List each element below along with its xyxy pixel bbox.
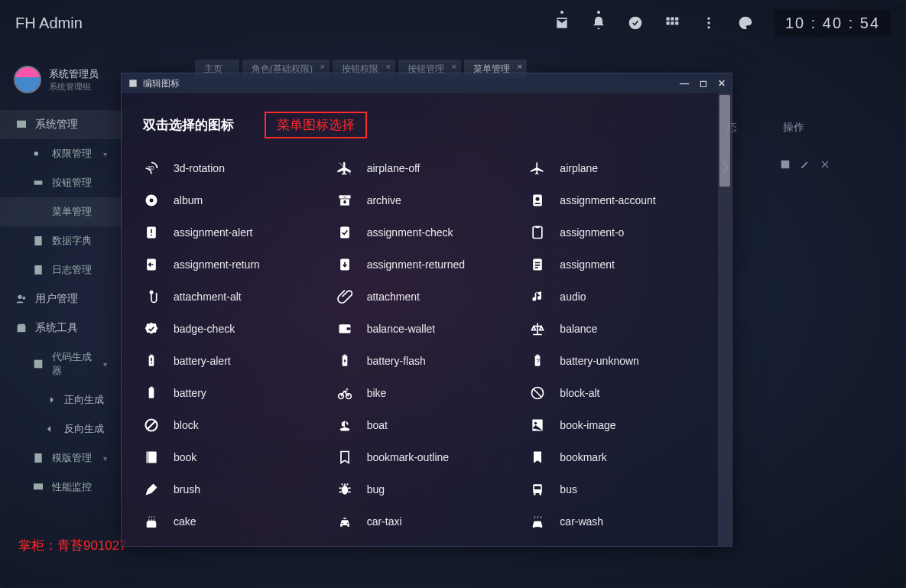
icon-label: audio [560,291,586,303]
mail-icon[interactable] [554,15,570,31]
icon-option-balance[interactable]: balance [523,313,716,345]
icon-option-block[interactable]: block [137,409,330,441]
icon-option-assignment-alert[interactable]: assignment-alert [137,216,330,249]
book-icon [143,449,160,466]
image-icon[interactable] [780,159,791,170]
svg-rect-34 [534,227,543,239]
icon-option-3d-rotation[interactable]: 3D3d-rotation [137,152,330,184]
brush-icon [143,481,160,498]
icon-label: battery-flash [367,355,426,367]
svg-point-25 [150,199,154,203]
icon-option-battery[interactable]: battery [137,377,330,409]
svg-rect-45 [151,362,152,364]
icon-option-bookmark-outline[interactable]: bookmark-outline [330,441,524,473]
close-icon[interactable]: × [452,62,456,71]
icon-option-assignment-returned[interactable]: assignment-returned [330,249,524,281]
nav-button-mgmt[interactable]: 按钮管理 [0,168,122,197]
icon-option-balance-wallet[interactable]: balance-wallet [330,313,524,345]
block-icon [143,417,160,434]
close-icon[interactable]: × [386,62,391,71]
nav-user-mgmt[interactable]: 用户管理 [0,284,122,313]
svg-rect-52 [150,387,152,388]
nav-log[interactable]: 日志管理 [0,255,122,284]
icon-option-book-image[interactable]: book-image [523,409,716,441]
icon-option-car-wash[interactable]: car-wash [523,505,716,538]
maximize-button[interactable]: ◻ [700,78,707,89]
icon-label: assignment [560,258,615,271]
icon-grid: 3D3d-rotationairplane-offairplanealbumar… [122,146,732,546]
icon-option-archive[interactable]: archive [330,184,524,216]
icon-option-assignment-account[interactable]: assignment-account [523,184,716,216]
icon-option-attachment[interactable]: attachment [330,281,524,313]
nav-tools[interactable]: 系统工具 [0,313,122,343]
icon-option-bike[interactable]: bike [330,377,524,409]
airplane-off-icon [336,160,353,177]
icon-label: assignment-check [367,226,453,239]
user-block[interactable]: 系统管理员 系统管理组 [0,61,122,110]
icon-option-assignment[interactable]: assignment [523,249,716,281]
sidebar: 系统管理员 系统管理组 系统管理 权限管理▾ 按钮管理 菜单管理 数据字典 日志… [0,46,122,588]
icon-option-badge-check[interactable]: badge-check [137,313,330,345]
svg-rect-33 [340,227,349,239]
nav-template[interactable]: 模版管理▾ [0,443,122,473]
nav-system[interactable]: 系统管理 [0,110,122,139]
icon-option-album[interactable]: album [137,184,330,216]
icon-option-battery-alert[interactable]: battery-alert [137,345,330,377]
icon-option-assignment-return[interactable]: assignment-return [137,249,330,281]
nav-permission[interactable]: 权限管理▾ [0,139,122,168]
nav-reverse-gen[interactable]: 反向生成 [0,414,122,443]
minimize-button[interactable]: — [680,78,689,89]
icon-option-book[interactable]: book [137,441,330,473]
icon-option-battery-unknown[interactable]: ?battery-unknown [523,345,716,377]
svg-rect-12 [34,180,43,184]
icon-option-assignment-check[interactable]: assignment-check [330,216,524,249]
more-vert-icon[interactable] [701,15,716,31]
icon-option-bookmark[interactable]: bookmark [523,441,716,473]
nav-codegen[interactable]: 代码生成器▾ [0,343,122,385]
battery-flash-icon [336,352,353,369]
airplane-icon [529,160,546,177]
close-icon[interactable]: × [320,62,325,71]
svg-point-9 [707,26,710,28]
edit-icon[interactable] [800,159,810,170]
nav-menu-mgmt[interactable]: 菜单管理 [0,197,122,226]
svg-rect-43 [150,355,152,356]
delete-icon[interactable] [820,159,830,170]
icon-option-airplane-off[interactable]: airplane-off [330,152,524,184]
icon-option-audio[interactable]: audio [523,281,716,313]
icon-option-boat[interactable]: boat [330,409,524,441]
battery-unknown-icon: ? [529,352,546,369]
apps-icon[interactable] [664,15,680,31]
icon-option-cake[interactable]: cake [137,505,330,538]
svg-point-16 [22,297,25,300]
check-circle-icon[interactable] [628,15,643,31]
battery-alert-icon [143,352,160,369]
avatar [14,66,41,93]
icon-option-block-alt[interactable]: block-alt [523,377,716,409]
close-button[interactable]: ✕ [718,78,726,89]
clock: 10 : 40 : 54 [774,10,891,37]
attachment-alt-icon [143,288,160,305]
close-icon[interactable]: × [518,62,522,71]
chevron-down-icon: ▾ [103,360,107,369]
icon-option-bug[interactable]: bug [330,473,524,505]
icon-label: boat [367,419,388,431]
assignment-o-icon [529,224,546,241]
icon-label: bug [367,483,385,495]
icon-option-brush[interactable]: brush [137,473,330,505]
icon-option-car-taxi[interactable]: car-taxi [330,505,524,538]
icon-option-airplane[interactable]: airplane [523,152,716,184]
icon-option-assignment-o[interactable]: assignment-o [523,216,716,249]
modal-titlebar[interactable]: 编辑图标 — ◻ ✕ [122,73,732,93]
svg-rect-13 [34,236,41,245]
palette-icon[interactable] [738,15,753,31]
icon-option-attachment-alt[interactable]: attachment-alt [137,281,330,313]
bell-icon[interactable] [591,15,606,31]
nav-forward-gen[interactable]: 正向生成 [0,385,122,414]
nav-perf[interactable]: 性能监控 [0,473,122,502]
icon-option-bus[interactable]: bus [523,473,716,505]
scrollbar-thumb[interactable] [719,95,730,187]
icon-option-battery-flash[interactable]: battery-flash [330,345,524,377]
boat-icon [336,417,353,434]
nav-dict[interactable]: 数据字典 [0,226,122,255]
